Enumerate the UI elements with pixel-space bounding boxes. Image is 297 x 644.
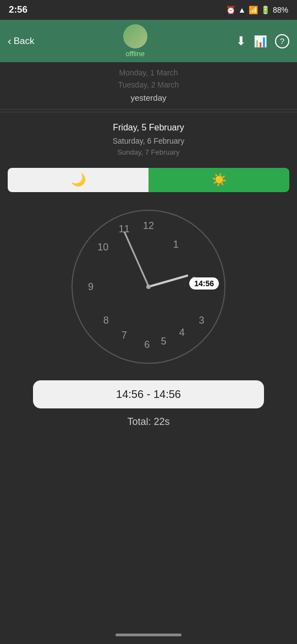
selected-date-sub2: Sunday, 7 February <box>0 147 297 158</box>
status-time: 2:56 <box>9 4 28 15</box>
signal-icon: 📶 <box>249 6 258 14</box>
back-button[interactable]: ‹ Back <box>8 35 34 47</box>
day-toggle[interactable]: ☀️ <box>148 168 289 192</box>
selected-date-sub1: Saturday, 6 February <box>0 135 297 147</box>
clock-container: 14:56 121234567891011 <box>0 199 297 369</box>
help-icon[interactable]: ? <box>275 34 289 48</box>
clock-number-5: 5 <box>161 336 167 347</box>
download-icon[interactable]: ⬇ <box>236 34 246 48</box>
back-chevron-icon: ‹ <box>8 35 12 47</box>
clock-face: 14:56 121234567891011 <box>72 210 226 364</box>
night-toggle[interactable]: 🌙 <box>8 168 148 192</box>
chart-icon[interactable]: 📊 <box>254 35 267 48</box>
clock-number-11: 11 <box>119 223 130 234</box>
status-icons: ⏰ ▲ 📶 🔋 88% <box>226 6 288 14</box>
clock-center <box>146 285 151 289</box>
clock-number-3: 3 <box>199 314 205 326</box>
avatar <box>123 24 147 48</box>
clock-number-9: 9 <box>88 281 94 292</box>
back-label: Back <box>14 36 35 47</box>
time-range-box: 14:56 - 14:56 <box>33 380 264 408</box>
selected-date-main: Friday, 5 February <box>0 120 297 135</box>
clock-number-4: 4 <box>179 326 185 338</box>
total-row: Total: 22s <box>0 416 297 428</box>
toggle-row: 🌙 ☀️ <box>8 168 289 192</box>
total-label: Total: 22s <box>127 416 169 427</box>
time-badge: 14:56 <box>189 277 219 290</box>
date-tuesday: Tuesday, 2 March <box>0 79 297 91</box>
offline-label: offline <box>126 50 145 58</box>
header-center: offline <box>34 24 236 58</box>
moon-icon: 🌙 <box>71 173 86 187</box>
hour-hand <box>148 274 188 288</box>
date-yesterday: yesterday <box>0 91 297 105</box>
clock-number-12: 12 <box>143 220 154 232</box>
wifi-icon: ▲ <box>238 6 246 14</box>
clock-number-6: 6 <box>144 339 150 350</box>
sun-icon: ☀️ <box>212 173 227 187</box>
battery-icon: 🔋 <box>261 6 270 14</box>
bottom-bar <box>0 625 297 644</box>
battery-percent: 88% <box>273 6 288 14</box>
minute-hand <box>123 231 149 287</box>
header-actions: ⬇ 📊 ? <box>236 34 289 48</box>
date-scroll-area: Monday, 1 March Tuesday, 2 March yesterd… <box>0 62 297 110</box>
clock-number-7: 7 <box>122 330 127 341</box>
selected-dates: Friday, 5 February Saturday, 6 February … <box>0 114 297 161</box>
header: ‹ Back offline ⬇ 📊 ? <box>0 20 297 62</box>
clock-number-8: 8 <box>103 314 109 326</box>
home-indicator <box>116 634 182 636</box>
alarm-icon: ⏰ <box>226 6 235 14</box>
date-monday: Monday, 1 March <box>0 67 297 79</box>
status-bar: 2:56 ⏰ ▲ 📶 🔋 88% <box>0 0 297 20</box>
clock-number-10: 10 <box>97 242 108 253</box>
time-range-text: 14:56 - 14:56 <box>116 388 181 400</box>
clock-number-1: 1 <box>173 238 179 250</box>
divider <box>0 112 297 112</box>
